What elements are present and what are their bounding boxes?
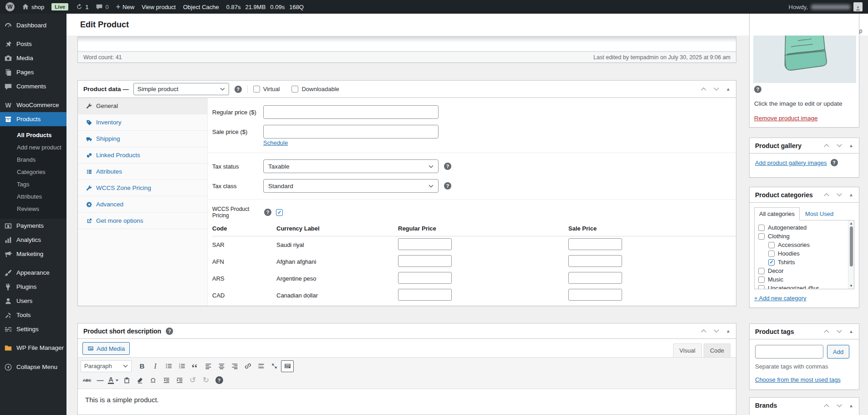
help-icon[interactable]: ? <box>235 86 242 93</box>
text-color-button[interactable]: A <box>107 374 120 386</box>
object-cache-menu[interactable]: Object Cache <box>183 4 219 10</box>
category-checkbox[interactable] <box>768 242 775 248</box>
align-right-button[interactable] <box>228 360 241 372</box>
list-item[interactable]: Decor <box>758 266 846 275</box>
submenu-all-products[interactable]: All Products <box>0 129 66 141</box>
add-gallery-images-link[interactable]: Add product gallery images <box>755 159 827 166</box>
align-left-button[interactable] <box>202 360 214 372</box>
short-description-content[interactable]: This is a simple product. <box>78 389 736 410</box>
toggle-panel-icon[interactable]: ▲ <box>849 329 853 334</box>
list-item[interactable]: Clothing <box>758 232 846 241</box>
scrollbar[interactable]: ▲ ▼ <box>848 220 854 289</box>
wccs-regular-price-input[interactable] <box>398 238 452 250</box>
move-down-icon[interactable] <box>713 87 720 91</box>
move-up-icon[interactable] <box>823 404 830 408</box>
schedule-link[interactable]: Schedule <box>263 139 288 146</box>
tab-shipping[interactable]: Shipping <box>78 131 207 147</box>
wccs-sale-price-input[interactable] <box>568 238 622 250</box>
list-item[interactable]: Hoodies <box>758 249 846 258</box>
move-up-icon[interactable] <box>700 87 707 91</box>
tab-get-more-options[interactable]: Get more options <box>78 213 207 229</box>
toggle-panel-icon[interactable]: ▲ <box>849 403 853 408</box>
decrease-indent-button[interactable] <box>160 374 173 386</box>
sidebar-item-analytics[interactable]: Analytics <box>0 233 66 247</box>
sidebar-item-comments[interactable]: Comments <box>0 79 66 93</box>
submenu-categories[interactable]: Categories <box>0 166 66 178</box>
submenu-brands[interactable]: Brands <box>0 154 66 166</box>
move-up-icon[interactable] <box>823 143 830 148</box>
paste-as-text-button[interactable]: T <box>120 374 133 386</box>
tab-advanced[interactable]: Advanced <box>78 196 207 213</box>
sidebar-item-payments[interactable]: $ Payments <box>0 219 66 233</box>
scrollbar-thumb[interactable] <box>850 226 853 266</box>
bulleted-list-button[interactable] <box>162 360 175 372</box>
sidebar-item-marketing[interactable]: Marketing <box>0 247 66 261</box>
move-down-icon[interactable] <box>713 329 720 333</box>
wccs-sale-price-input[interactable] <box>568 272 622 284</box>
toggle-panel-icon[interactable]: ▲ <box>726 87 730 92</box>
move-down-icon[interactable] <box>836 404 842 408</box>
paragraph-format-select[interactable]: Paragraph <box>81 360 132 372</box>
sidebar-item-woocommerce[interactable]: W WooCommerce <box>0 98 66 112</box>
fullscreen-button[interactable] <box>268 360 281 372</box>
toolbar-toggle-button[interactable] <box>281 360 294 372</box>
sidebar-item-media[interactable]: Media <box>0 51 66 65</box>
remove-product-image-link[interactable]: Remove product image <box>754 115 818 122</box>
tax-class-select[interactable]: Standard <box>263 179 439 193</box>
account-menu[interactable]: Howdy, <box>789 0 863 14</box>
clear-formatting-button[interactable] <box>133 374 146 386</box>
sidebar-item-wp-file-manager[interactable]: WP File Manager <box>0 341 66 355</box>
tab-general[interactable]: General <box>78 98 207 114</box>
move-down-icon[interactable] <box>836 193 842 197</box>
regular-price-input[interactable] <box>263 105 439 119</box>
editor-resize-row[interactable] <box>78 42 736 51</box>
help-icon[interactable]: ? <box>166 328 173 335</box>
product-image-thumbnail[interactable] <box>753 36 856 83</box>
downloadable-checkbox[interactable] <box>291 86 298 92</box>
list-item[interactable]: Accessories <box>758 241 846 249</box>
italic-button[interactable]: I <box>149 360 162 372</box>
tab-inventory[interactable]: Inventory <box>78 114 207 131</box>
submenu-attributes[interactable]: Attributes <box>0 190 66 203</box>
special-character-button[interactable]: Ω <box>147 374 159 386</box>
move-down-icon[interactable] <box>836 329 842 333</box>
move-down-icon[interactable] <box>836 143 842 148</box>
downloadable-checkbox-label[interactable]: Downloadable <box>291 86 339 92</box>
sidebar-item-appearance[interactable]: Appearance <box>0 266 66 280</box>
strikethrough-button[interactable]: ABC <box>81 374 93 386</box>
move-up-icon[interactable] <box>823 193 830 197</box>
wccs-sale-price-input[interactable] <box>568 255 622 267</box>
list-item[interactable]: ✓ Tshirts <box>758 258 846 266</box>
wccs-regular-price-input[interactable] <box>398 255 452 267</box>
toggle-panel-icon[interactable]: ▲ <box>849 192 853 197</box>
tab-visual[interactable]: Visual <box>673 343 702 357</box>
blockquote-button[interactable] <box>189 360 201 372</box>
move-up-icon[interactable] <box>700 329 707 333</box>
view-product-link[interactable]: View product <box>142 4 176 10</box>
virtual-checkbox-label[interactable]: Virtual <box>253 86 280 92</box>
category-checkbox[interactable] <box>758 285 765 290</box>
help-icon[interactable]: ? <box>264 209 271 216</box>
comments-menu[interactable]: 0 <box>96 3 108 10</box>
site-name-menu[interactable]: shop <box>22 3 44 10</box>
bold-button[interactable]: B <box>136 360 148 372</box>
updates-menu[interactable]: 1 <box>76 3 88 10</box>
sidebar-item-products[interactable]: Products <box>0 112 66 126</box>
add-new-category-link[interactable]: + Add new category <box>754 295 807 302</box>
sidebar-item-users[interactable]: Users <box>0 294 66 308</box>
list-item[interactable]: Autogenerated <box>758 223 846 232</box>
sidebar-item-settings[interactable]: Settings <box>0 322 66 336</box>
toggle-panel-icon[interactable]: ▲ <box>726 328 730 333</box>
new-menu[interactable]: + New <box>116 3 134 11</box>
horizontal-rule-button[interactable]: — <box>94 374 107 386</box>
help-icon[interactable]: ? <box>754 86 761 93</box>
wccs-pricing-checkbox[interactable]: ✓ <box>276 209 283 216</box>
list-item[interactable]: Uncategorized @ur <box>758 284 846 289</box>
wccs-regular-price-input[interactable] <box>398 289 452 301</box>
help-icon[interactable]: ? <box>444 182 451 190</box>
numbered-list-button[interactable]: 123 <box>175 360 188 372</box>
read-more-button[interactable] <box>255 360 267 372</box>
sidebar-item-pages[interactable]: Pages <box>0 65 66 79</box>
list-item[interactable]: Music <box>758 275 846 284</box>
tab-most-used[interactable]: Most Used <box>800 208 839 220</box>
